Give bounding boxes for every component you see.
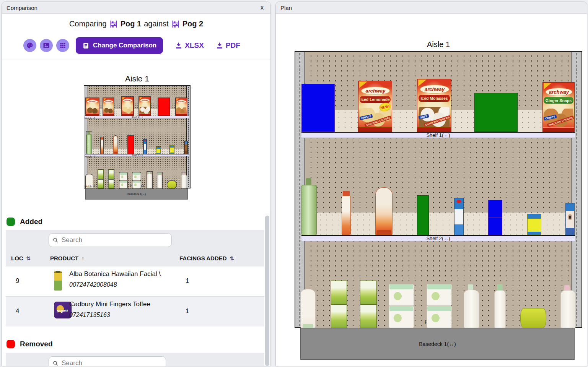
removed-search-input[interactable] [49,356,166,366]
shelf-strip-2[interactable]: Shelf 2(↔) [301,235,575,241]
variety-text: Iced Lemonade [360,96,391,103]
box-bottom-band [139,114,150,115]
plan-panel-title: Plan [280,5,292,11]
product-aveeno-box[interactable] [108,170,114,179]
product-aveeno-jar[interactable] [427,284,452,306]
product-orange-tube[interactable] [113,136,118,154]
product-aveeno-jar[interactable] [132,172,141,180]
product-aveeno-box[interactable] [108,179,114,188]
comparing-against: against [144,19,169,28]
facing-divider [489,217,502,218]
column-header-loc[interactable]: LOC ⇅ [11,255,31,261]
scrollbar-thumb[interactable] [265,216,269,366]
basedeck[interactable]: Basedeck 1(↔) [85,188,188,200]
product-orange-spray[interactable] [101,137,103,154]
product-clearasil-box[interactable] [143,139,147,154]
highlight-removed-shelf1[interactable] [158,98,170,116]
product-name: Alba Botanica Hawaiian Facial \ [69,270,161,278]
box-bottom-band [358,127,392,132]
product-aveeno-box[interactable] [331,304,347,328]
product-aveeno-jar[interactable] [132,180,141,188]
highlight-removed-shelf2[interactable] [128,136,134,154]
table-row[interactable]: 9Alba Botanica Hawaiian Facial \00724742… [6,266,264,297]
download-pdf-button[interactable]: PDF [216,41,240,50]
planogram-mini: Shelf 1(↔)Notch: -1Shelf 2(↔)Notch: -1Pe… [84,85,191,200]
comparison-panel-title: Comparison [7,5,37,11]
highlight-green-shelf2[interactable] [417,195,429,235]
archway-brand-text: archway [420,85,449,94]
product-archway-ginger-snaps[interactable]: archway [176,98,187,116]
product-aveeno-pump-bottle[interactable] [147,172,152,188]
product-yellow-box[interactable] [156,147,161,154]
product-aveeno-box[interactable] [360,281,377,304]
comparison-content: Comparing Pog 1 against Pog 2 Change Com… [2,14,270,366]
variety-text: Ginger Snaps [544,97,573,104]
product-archway-iced-lemonade[interactable]: archwayIced LemonadeNEW!CRISPYSNACKING C… [358,81,392,132]
highlight-blue-shelf1[interactable] [301,84,335,132]
product-aveeno-box[interactable] [331,281,347,304]
product-aveeno-box[interactable] [360,304,377,328]
product-aveeno-box[interactable] [98,179,104,188]
product-aveeno-pump-bottle[interactable] [464,284,479,328]
cookie-art [176,107,186,114]
close-icon[interactable]: x [258,4,266,11]
product-aveeno-pink-bottle[interactable] [560,285,576,328]
highlight-blue-shelf2[interactable] [488,200,502,235]
product-aveeno-bottle[interactable] [157,172,162,188]
product-aveeno-jar[interactable] [389,306,414,328]
mini-plan-title: Aisle 1 [84,74,191,83]
added-search-input[interactable] [49,233,172,247]
product-aveeno-pink-bottle[interactable] [181,172,187,188]
product-aveeno-jar[interactable] [119,180,127,188]
shelf-strip-1[interactable]: Shelf 1(↔) [85,116,189,118]
notch-label: Notch: -1 [85,155,95,158]
product-aveeno-jar[interactable] [389,284,414,306]
removed-color-swatch [7,340,15,348]
comparison-panel: Comparison x Comparing Pog 1 against Pog… [2,2,271,366]
product-archway-box[interactable]: archway [86,98,99,116]
highlight-green-shelf1[interactable] [474,93,518,132]
image-view-button[interactable] [40,39,53,52]
shelf-strip-1[interactable]: Shelf 1(↔) [301,132,575,138]
product-archway-box[interactable]: archway [103,98,114,116]
vertical-scrollbar[interactable] [265,213,270,366]
product-green-pump-bottle[interactable] [86,132,92,154]
plan-titlebar: Plan [276,2,587,14]
archway-brand-text: archway [140,99,149,102]
product-archway-ginger-snaps[interactable]: archwayGinger SnapsCRISPYSNACKING COOKIE… [542,82,575,132]
product-aveeno-jar[interactable] [427,306,452,328]
product-aveeno-wipes[interactable] [167,181,176,188]
column-header-facings-added[interactable]: FACINGS ADDED ⇅ [179,255,234,261]
product-aveeno-jar[interactable] [119,172,127,180]
cap [306,178,311,185]
palette-icon [26,42,34,49]
sort-both-icon: ⇅ [26,255,31,261]
basedeck[interactable]: Basedeck 1(↔) [300,328,575,360]
product-aveeno-box[interactable] [98,170,104,179]
product-brown-box[interactable] [184,141,187,154]
product-yellow-box[interactable] [527,214,541,235]
grid-view-button[interactable] [56,39,69,52]
product-yellow-box[interactable] [170,145,174,154]
product-aveeno-tube[interactable] [300,289,316,328]
table-row[interactable]: 4fingersCadbury Mini Fingers Toffee07241… [6,297,264,326]
product-clearasil-box[interactable] [454,198,464,235]
product-archway-iced-molasses[interactable]: archway [139,97,151,116]
product-eye-cream-box[interactable] [565,203,575,235]
shelf-strip-2[interactable]: Shelf 2(↔) [85,154,189,156]
product-archway-iced-molasses[interactable]: archwayIced MolassesSOFTSNACKING COOKIES [417,79,451,132]
column-header-product[interactable]: PRODUCT ↑ [50,255,84,261]
download-xlsx-button[interactable]: XLSX [175,41,204,50]
archway-brand-text: archway [87,100,98,103]
product-orange-tube[interactable] [375,187,393,235]
planogram-big: Shelf 1(↔)Shelf 2(↔)Pegboard 1Basedeck 1… [295,51,582,360]
change-comparison-button[interactable]: Change Comparison [76,37,163,54]
palette-view-button[interactable] [23,39,36,52]
product-upc: 00724742008048 [69,281,161,288]
product-green-pump-bottle[interactable] [301,178,317,235]
product-archway-iced-lemonade[interactable]: archway [122,97,134,116]
product-aveeno-bottle[interactable] [494,284,506,328]
product-aveeno-wipes[interactable] [520,308,546,328]
product-orange-spray[interactable] [342,191,351,235]
body [494,290,506,328]
